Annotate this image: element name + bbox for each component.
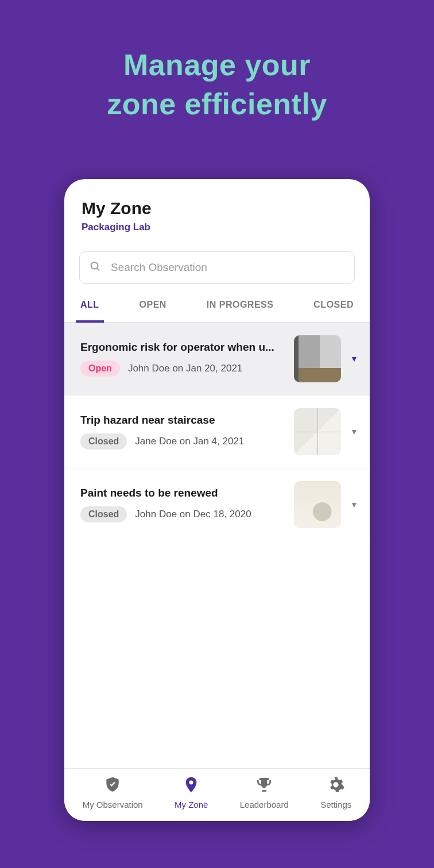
observation-title: Trip hazard near staircase — [80, 414, 286, 427]
chevron-down-icon[interactable]: ▼ — [349, 427, 359, 436]
observation-item[interactable]: Ergonomic risk for operator when u...Ope… — [64, 323, 370, 396]
tab-in-progress[interactable]: IN PROGRESS — [202, 300, 278, 322]
observation-meta: ClosedJane Doe on Jan 4, 2021 — [80, 433, 286, 450]
observation-byline: Jane Doe on Jan 4, 2021 — [135, 436, 244, 447]
location-pin-icon — [182, 776, 200, 796]
search-input[interactable] — [111, 261, 345, 274]
nav-label: My Zone — [175, 800, 208, 809]
search-icon — [89, 260, 102, 275]
gear-icon — [327, 776, 345, 796]
page-header: My Zone Packaging Lab — [64, 179, 370, 241]
hero-title: Manage your zone efficiently — [0, 0, 434, 123]
search-box[interactable] — [79, 251, 355, 284]
observation-thumbnail — [294, 408, 341, 455]
tab-closed[interactable]: CLOSED — [309, 300, 358, 322]
tab-all[interactable]: ALL — [76, 300, 104, 323]
nav-label: Leaderboard — [240, 800, 289, 809]
observation-main: Paint needs to be renewedClosedJohn Doe … — [80, 487, 286, 522]
observation-meta: OpenJohn Doe on Jan 20, 2021 — [80, 361, 286, 377]
observation-thumbnail — [294, 335, 341, 382]
observation-title: Ergonomic risk for operator when u... — [80, 341, 286, 354]
nav-my-zone[interactable]: My Zone — [175, 776, 208, 809]
chevron-down-icon[interactable]: ▼ — [349, 500, 359, 509]
svg-point-2 — [189, 781, 193, 785]
observation-main: Trip hazard near staircaseClosedJane Doe… — [80, 414, 286, 450]
nav-label: Settings — [320, 800, 351, 809]
shield-check-icon — [103, 776, 122, 796]
chevron-down-icon[interactable]: ▼ — [349, 354, 359, 363]
observation-item[interactable]: Trip hazard near staircaseClosedJane Doe… — [64, 396, 370, 468]
status-badge: Open — [80, 361, 120, 377]
nav-settings[interactable]: Settings — [320, 776, 351, 809]
page-subtitle: Packaging Lab — [82, 222, 352, 233]
nav-my-observation[interactable]: My Observation — [83, 776, 143, 809]
observation-meta: ClosedJohn Doe on Dec 18, 2020 — [80, 506, 286, 522]
nav-label: My Observation — [83, 800, 143, 809]
observation-byline: John Doe on Dec 18, 2020 — [135, 509, 251, 520]
tab-row: ALLOPENIN PROGRESSCLOSED — [64, 287, 370, 323]
hero-line-2: zone efficiently — [107, 87, 327, 121]
trophy-icon — [255, 776, 273, 796]
phone-frame: My Zone Packaging Lab ALLOPENIN PROGRESS… — [64, 179, 370, 821]
svg-point-0 — [91, 262, 98, 269]
tab-open[interactable]: OPEN — [135, 300, 171, 322]
observation-list: Ergonomic risk for operator when u...Ope… — [64, 323, 370, 768]
status-badge: Closed — [80, 506, 127, 522]
observation-title: Paint needs to be renewed — [80, 487, 286, 499]
bottom-nav: My ObservationMy ZoneLeaderboardSettings — [64, 768, 370, 821]
hero-line-1: Manage your — [123, 48, 311, 82]
page-title: My Zone — [82, 199, 352, 218]
observation-main: Ergonomic risk for operator when u...Ope… — [80, 341, 286, 377]
status-badge: Closed — [80, 433, 127, 450]
observation-byline: John Doe on Jan 20, 2021 — [128, 363, 242, 374]
search-container — [64, 241, 370, 287]
observation-item[interactable]: Paint needs to be renewedClosedJohn Doe … — [64, 468, 370, 541]
observation-thumbnail — [294, 481, 341, 528]
nav-leaderboard[interactable]: Leaderboard — [240, 776, 289, 809]
svg-line-1 — [97, 268, 99, 270]
